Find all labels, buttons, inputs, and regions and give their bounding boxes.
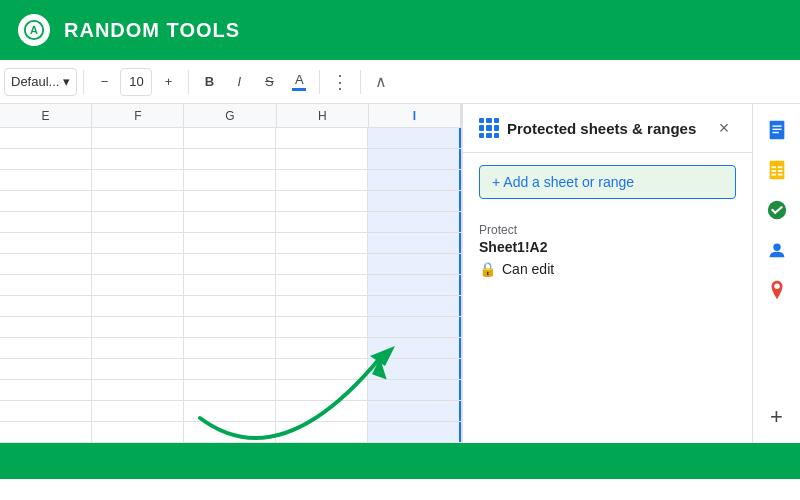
grid-cell[interactable] <box>368 233 461 253</box>
grid-cell[interactable] <box>276 296 368 316</box>
grid-cell[interactable] <box>276 128 368 148</box>
table-row[interactable] <box>0 380 461 401</box>
grid-cell[interactable] <box>184 170 276 190</box>
grid-cell[interactable] <box>184 359 276 379</box>
grid-cell[interactable] <box>0 149 92 169</box>
grid-cell[interactable] <box>92 359 184 379</box>
grid-cell[interactable] <box>184 254 276 274</box>
grid-cell[interactable] <box>276 275 368 295</box>
grid-cell[interactable] <box>0 338 92 358</box>
grid-cell[interactable] <box>184 191 276 211</box>
grid-cell[interactable] <box>368 401 461 421</box>
grid-cell[interactable] <box>92 422 184 442</box>
table-row[interactable] <box>0 338 461 359</box>
table-row[interactable] <box>0 191 461 212</box>
grid-cell[interactable] <box>92 380 184 400</box>
grid-cell[interactable] <box>0 233 92 253</box>
table-row[interactable] <box>0 149 461 170</box>
google-maps-icon[interactable] <box>759 272 795 308</box>
table-row[interactable] <box>0 128 461 149</box>
col-header-E[interactable]: E <box>0 104 92 127</box>
grid-cell[interactable] <box>368 128 461 148</box>
grid-cell[interactable] <box>0 380 92 400</box>
add-more-apps-button[interactable]: + <box>759 399 795 435</box>
grid-cell[interactable] <box>276 338 368 358</box>
panel-close-button[interactable]: × <box>712 116 736 140</box>
strikethrough-button[interactable]: S <box>255 68 283 96</box>
grid-cell[interactable] <box>0 191 92 211</box>
increase-font-size-button[interactable]: + <box>154 68 182 96</box>
col-header-F[interactable]: F <box>92 104 184 127</box>
grid-cell[interactable] <box>92 401 184 421</box>
grid-cell[interactable] <box>368 422 461 442</box>
grid-cell[interactable] <box>92 170 184 190</box>
grid-cell[interactable] <box>276 212 368 232</box>
collapse-toolbar-button[interactable]: ∧ <box>367 68 395 96</box>
decrease-font-size-button[interactable]: − <box>90 68 118 96</box>
grid-cell[interactable] <box>92 191 184 211</box>
grid-cell[interactable] <box>184 401 276 421</box>
grid-cell[interactable] <box>92 317 184 337</box>
google-docs-icon[interactable] <box>759 112 795 148</box>
grid-cell[interactable] <box>368 296 461 316</box>
italic-button[interactable]: I <box>225 68 253 96</box>
google-sheets-icon[interactable] <box>759 152 795 188</box>
grid-cell[interactable] <box>92 212 184 232</box>
bold-button[interactable]: B <box>195 68 223 96</box>
grid-cell[interactable] <box>0 212 92 232</box>
grid-cell[interactable] <box>184 296 276 316</box>
grid-cell[interactable] <box>0 275 92 295</box>
grid-cell[interactable] <box>368 170 461 190</box>
grid-cell[interactable] <box>368 338 461 358</box>
grid-cell[interactable] <box>276 254 368 274</box>
underline-button[interactable]: A <box>285 68 313 96</box>
grid-cell[interactable] <box>184 275 276 295</box>
grid-cell[interactable] <box>92 233 184 253</box>
col-header-I[interactable]: I <box>369 104 461 127</box>
grid-cell[interactable] <box>368 212 461 232</box>
col-header-H[interactable]: H <box>277 104 369 127</box>
grid-cell[interactable] <box>276 380 368 400</box>
grid-cell[interactable] <box>184 233 276 253</box>
grid-cell[interactable] <box>276 359 368 379</box>
grid-cell[interactable] <box>368 191 461 211</box>
grid-cell[interactable] <box>276 233 368 253</box>
grid-cell[interactable] <box>184 149 276 169</box>
google-tasks-icon[interactable] <box>759 192 795 228</box>
grid-cell[interactable] <box>92 275 184 295</box>
protect-range-value[interactable]: Sheet1!A2 <box>479 239 736 255</box>
grid-cell[interactable] <box>276 191 368 211</box>
grid-cell[interactable] <box>0 128 92 148</box>
grid-cell[interactable] <box>92 254 184 274</box>
grid-cell[interactable] <box>276 317 368 337</box>
grid-cell[interactable] <box>0 296 92 316</box>
grid-cell[interactable] <box>368 275 461 295</box>
col-header-G[interactable]: G <box>184 104 276 127</box>
table-row[interactable] <box>0 254 461 275</box>
grid-cell[interactable] <box>368 254 461 274</box>
add-sheet-or-range-button[interactable]: + Add a sheet or range <box>479 165 736 199</box>
font-family-select[interactable]: Defaul... ▾ <box>4 68 77 96</box>
grid-cell[interactable] <box>0 422 92 442</box>
grid-cell[interactable] <box>276 422 368 442</box>
grid-cell[interactable] <box>92 338 184 358</box>
grid-cell[interactable] <box>0 359 92 379</box>
grid-cell[interactable] <box>368 359 461 379</box>
grid-cell[interactable] <box>276 149 368 169</box>
grid-cell[interactable] <box>184 338 276 358</box>
grid-cell[interactable] <box>368 317 461 337</box>
grid-cell[interactable] <box>92 128 184 148</box>
table-row[interactable] <box>0 317 461 338</box>
grid-cell[interactable] <box>184 212 276 232</box>
table-row[interactable] <box>0 170 461 191</box>
grid-cell[interactable] <box>0 317 92 337</box>
grid-cell[interactable] <box>276 170 368 190</box>
grid-cell[interactable] <box>184 317 276 337</box>
grid-cell[interactable] <box>368 380 461 400</box>
table-row[interactable] <box>0 275 461 296</box>
grid-cell[interactable] <box>184 380 276 400</box>
more-formats-button[interactable]: ⋮ <box>326 68 354 96</box>
grid-cell[interactable] <box>184 128 276 148</box>
grid-cell[interactable] <box>276 401 368 421</box>
table-row[interactable] <box>0 422 461 443</box>
